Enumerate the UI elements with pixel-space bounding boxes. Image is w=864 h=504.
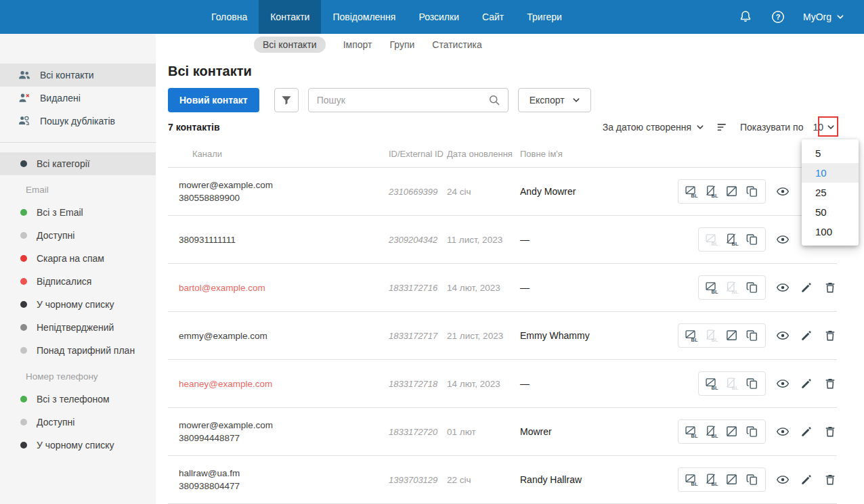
copy-icon[interactable]: [746, 425, 759, 438]
edit-icon[interactable]: [800, 473, 813, 486]
email-blacklist-icon[interactable]: BL: [685, 329, 698, 342]
email-blacklist-icon[interactable]: BL: [685, 185, 698, 198]
help-icon[interactable]: ?: [771, 9, 785, 24]
search-input[interactable]: [309, 89, 488, 112]
copy-icon[interactable]: [746, 473, 759, 486]
email-blacklist-icon[interactable]: BL: [705, 281, 718, 294]
per-page-option[interactable]: 50: [802, 202, 859, 222]
sort-by-label: За датою створення: [603, 122, 691, 133]
topnav-item[interactable]: Тригери: [515, 0, 574, 34]
email-blacklist-icon[interactable]: BL: [705, 377, 718, 390]
column-header: Повне ім'я: [520, 149, 668, 159]
category-dot-icon: [20, 324, 27, 331]
category-dot-icon: [20, 301, 27, 308]
topnav-item[interactable]: Сайт: [471, 0, 515, 34]
email-blacklist-icon[interactable]: BL: [685, 473, 698, 486]
phone-blacklist-icon[interactable]: BL: [725, 233, 739, 246]
full-name-cell: Andy Mowrer: [520, 186, 668, 197]
category-dot-icon: [20, 209, 27, 216]
new-contact-button[interactable]: Новий контакт: [168, 88, 259, 112]
view-icon[interactable]: [776, 425, 790, 438]
sidebar-category-item[interactable]: Всі з Email: [0, 201, 156, 224]
sidebar-category-item[interactable]: Доступні: [0, 224, 156, 247]
sidebar-item[interactable]: Пошук дублікатів: [0, 110, 156, 133]
variables-icon[interactable]: [725, 425, 739, 438]
topnav-item[interactable]: Повідомлення: [321, 0, 407, 34]
contact-id-cell: 1833172720: [389, 427, 447, 437]
svg-text:BL: BL: [712, 481, 718, 486]
per-page-option[interactable]: 5: [802, 143, 859, 163]
main-content: Всі контакти Новий контакт Експорт: [156, 55, 864, 504]
filter-icon: [280, 93, 293, 107]
channel-status-box: BLBL: [678, 467, 766, 492]
sidebar-item[interactable]: Видалені: [0, 87, 156, 110]
sidebar-category-item[interactable]: У чорному списку: [0, 293, 156, 316]
delete-icon[interactable]: [823, 377, 837, 390]
delete-icon[interactable]: [823, 473, 837, 486]
export-button[interactable]: Експорт: [518, 88, 591, 112]
sidebar-category-item[interactable]: Понад тарифний план: [0, 339, 156, 362]
phone-blacklist-icon[interactable]: BL: [705, 185, 718, 198]
edit-icon[interactable]: [800, 281, 813, 294]
notifications-bell-icon[interactable]: [738, 9, 753, 24]
edit-icon[interactable]: [800, 377, 813, 390]
edit-icon[interactable]: [800, 329, 813, 342]
sidebar-category-item[interactable]: Доступні: [0, 411, 156, 434]
delete-icon[interactable]: [823, 425, 837, 438]
category-dot-icon: [20, 442, 27, 449]
org-switcher[interactable]: MyOrg: [803, 11, 846, 23]
sidebar-category-item[interactable]: Відписалися: [0, 270, 156, 293]
sidebar-category-item[interactable]: У чорному списку: [0, 434, 156, 457]
per-page-option[interactable]: 25: [802, 183, 859, 202]
view-icon[interactable]: [776, 233, 790, 246]
subnav-item[interactable]: Групи: [389, 39, 414, 50]
email-blacklist-icon[interactable]: BL: [685, 425, 698, 438]
category-dot-icon: [20, 232, 27, 239]
sort-order-icon[interactable]: [716, 120, 729, 134]
sidebar-item-all-categories[interactable]: Всі категорії: [0, 152, 156, 175]
subnav-item[interactable]: Імпорт: [343, 39, 372, 50]
phone-blacklist-icon[interactable]: BL: [705, 473, 718, 486]
view-icon[interactable]: [776, 329, 790, 342]
channel-status-box: BLBL: [678, 323, 766, 348]
sidebar-category-item[interactable]: Всі з телефоном: [0, 388, 156, 411]
copy-icon[interactable]: [746, 281, 759, 294]
view-icon[interactable]: [776, 377, 790, 390]
delete-icon[interactable]: [823, 329, 837, 342]
subnav-item[interactable]: Статистика: [432, 39, 482, 50]
delete-icon[interactable]: [823, 281, 837, 294]
variables-icon[interactable]: [725, 185, 739, 198]
actions-cell: BLBL: [668, 371, 837, 396]
view-icon[interactable]: [776, 473, 790, 486]
variables-icon[interactable]: [725, 473, 739, 486]
sidebar-category-item[interactable]: Скарга на спам: [0, 247, 156, 270]
per-page-option[interactable]: 100: [802, 222, 859, 242]
view-icon[interactable]: [776, 185, 790, 198]
subnav-item[interactable]: Всі контакти: [254, 37, 326, 53]
sidebar-divider: [0, 142, 156, 143]
per-page-selector[interactable]: 10: [813, 121, 837, 133]
copy-icon[interactable]: [746, 377, 759, 390]
phone-blacklist-icon[interactable]: BL: [725, 377, 739, 390]
view-icon[interactable]: [776, 281, 790, 294]
variables-icon[interactable]: [725, 329, 739, 342]
topnav-item[interactable]: Контакти: [259, 0, 321, 34]
topnav-item[interactable]: Головна: [200, 0, 259, 34]
copy-icon[interactable]: [746, 185, 759, 198]
copy-icon[interactable]: [746, 329, 759, 342]
per-page-option[interactable]: 10: [802, 163, 859, 183]
email-blacklist-icon[interactable]: BL: [705, 233, 718, 246]
edit-icon[interactable]: [800, 425, 813, 438]
column-header: ID/External ID: [389, 149, 447, 159]
sidebar-item[interactable]: Всі контакти: [0, 64, 156, 87]
channel-value: bartol@example.com: [179, 281, 389, 294]
updated-date-cell: 01 лют: [447, 427, 520, 437]
copy-icon[interactable]: [746, 233, 759, 246]
phone-blacklist-icon[interactable]: BL: [725, 281, 739, 294]
topnav-item[interactable]: Розсилки: [407, 0, 471, 34]
sort-by-dropdown[interactable]: За датою створення: [603, 121, 706, 133]
phone-blacklist-icon[interactable]: BL: [705, 329, 718, 342]
phone-blacklist-icon[interactable]: BL: [705, 425, 718, 438]
sidebar-category-item[interactable]: Непідтверджений: [0, 316, 156, 339]
filter-button[interactable]: [274, 88, 299, 112]
